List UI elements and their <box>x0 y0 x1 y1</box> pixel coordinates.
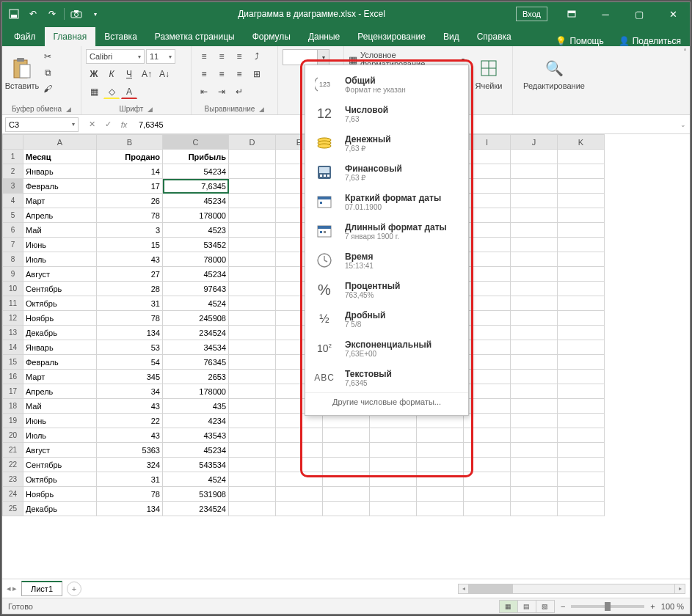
cell[interactable] <box>558 384 605 399</box>
cell[interactable] <box>558 443 605 458</box>
cell[interactable]: 245908 <box>163 311 229 326</box>
save-icon[interactable] <box>7 7 21 21</box>
cell[interactable] <box>229 428 276 443</box>
cell[interactable] <box>229 223 276 238</box>
cell[interactable] <box>511 164 558 179</box>
cell[interactable] <box>558 355 605 370</box>
row-header[interactable]: 25 <box>3 502 23 516</box>
cell[interactable] <box>229 179 276 194</box>
cell[interactable] <box>370 458 417 472</box>
cell[interactable] <box>276 458 323 472</box>
cell[interactable] <box>558 326 605 340</box>
cell[interactable] <box>370 472 417 487</box>
row-header[interactable]: 9 <box>3 267 23 282</box>
cell[interactable] <box>511 384 558 399</box>
tab-view[interactable]: Вид <box>434 27 468 46</box>
cell[interactable] <box>323 502 370 516</box>
cell[interactable] <box>464 326 511 340</box>
cell[interactable] <box>558 194 605 208</box>
cell[interactable]: 178000 <box>163 208 229 223</box>
cell[interactable]: Прибыль <box>163 150 229 164</box>
cell[interactable]: Март <box>23 194 97 208</box>
row-header[interactable]: 17 <box>3 384 23 399</box>
tab-home[interactable]: Главная <box>45 27 96 46</box>
cell[interactable] <box>464 399 511 414</box>
number-format-combo[interactable]: ▾ <box>283 49 329 65</box>
column-header[interactable]: J <box>511 135 558 150</box>
row-header[interactable]: 23 <box>3 472 23 487</box>
cell[interactable]: Январь <box>23 164 97 179</box>
zoom-in-icon[interactable]: + <box>650 602 655 611</box>
merge-icon[interactable]: ⊞ <box>249 67 265 81</box>
cell[interactable] <box>229 238 276 252</box>
cell[interactable]: 7,6345 <box>163 179 229 194</box>
cell[interactable] <box>323 458 370 472</box>
cell[interactable]: 97643 <box>163 282 229 296</box>
dialog-launcher-icon[interactable]: ◢ <box>147 106 153 113</box>
cell[interactable]: Март <box>23 370 97 384</box>
cell[interactable] <box>464 296 511 311</box>
cell[interactable] <box>229 252 276 267</box>
row-header[interactable]: 19 <box>3 414 23 428</box>
cell[interactable] <box>229 399 276 414</box>
decrease-font-icon[interactable]: A↓ <box>156 67 172 81</box>
cell[interactable] <box>229 150 276 164</box>
row-header[interactable]: 5 <box>3 208 23 223</box>
cell[interactable] <box>323 487 370 502</box>
undo-icon[interactable]: ↶ <box>26 7 40 21</box>
row-header[interactable]: 15 <box>3 355 23 370</box>
format-option-frac[interactable]: ½ Дробный 7 5/8 <box>305 304 468 334</box>
cell[interactable] <box>511 223 558 238</box>
cell[interactable] <box>276 502 323 516</box>
cell[interactable] <box>558 458 605 472</box>
cell[interactable] <box>229 384 276 399</box>
cell[interactable]: 53 <box>97 340 163 355</box>
cell[interactable] <box>511 194 558 208</box>
cell[interactable]: 4524 <box>163 472 229 487</box>
decrease-indent-icon[interactable]: ⇤ <box>196 84 212 99</box>
cell[interactable]: 34534 <box>163 340 229 355</box>
cell[interactable] <box>558 267 605 282</box>
cell[interactable] <box>558 340 605 355</box>
cell[interactable]: 14 <box>97 164 163 179</box>
cell[interactable] <box>464 355 511 370</box>
cell[interactable]: Продано <box>97 150 163 164</box>
cell[interactable]: 17 <box>97 179 163 194</box>
cell[interactable] <box>417 487 464 502</box>
cell[interactable]: 31 <box>97 296 163 311</box>
new-sheet-button[interactable]: + <box>67 582 81 596</box>
cell[interactable]: 5363 <box>97 443 163 458</box>
tellme-label[interactable]: Помощь <box>569 36 603 46</box>
cell[interactable] <box>511 326 558 340</box>
cell[interactable]: Май <box>23 399 97 414</box>
tab-formulas[interactable]: Формулы <box>244 27 299 46</box>
cell[interactable] <box>511 282 558 296</box>
row-header[interactable]: 12 <box>3 311 23 326</box>
cell[interactable] <box>276 428 323 443</box>
cell[interactable]: Октябрь <box>23 296 97 311</box>
cell[interactable]: 78 <box>97 487 163 502</box>
share-label[interactable]: Поделиться <box>633 36 681 46</box>
row-header[interactable]: 16 <box>3 370 23 384</box>
cell[interactable] <box>511 340 558 355</box>
cell[interactable]: 3 <box>97 223 163 238</box>
cell[interactable] <box>511 208 558 223</box>
cell[interactable]: Декабрь <box>23 326 97 340</box>
row-header[interactable]: 1 <box>3 150 23 164</box>
cell[interactable]: Август <box>23 267 97 282</box>
cell[interactable]: 54 <box>97 355 163 370</box>
format-option-12[interactable]: 12 Числовой 7,63 <box>305 99 468 128</box>
close-icon[interactable]: ✕ <box>656 2 690 26</box>
cell[interactable] <box>511 252 558 267</box>
cell[interactable] <box>464 238 511 252</box>
cell[interactable] <box>323 443 370 458</box>
cell[interactable] <box>464 194 511 208</box>
format-option-money[interactable]: Денежный 7,63 ₽ <box>305 128 468 158</box>
cell[interactable] <box>464 443 511 458</box>
cell[interactable]: 45234 <box>163 267 229 282</box>
cell[interactable] <box>464 208 511 223</box>
italic-button[interactable]: К <box>103 67 120 81</box>
scroll-left-icon[interactable]: ◂ <box>459 584 469 593</box>
cell[interactable]: 4524 <box>163 296 229 311</box>
row-header[interactable]: 18 <box>3 399 23 414</box>
